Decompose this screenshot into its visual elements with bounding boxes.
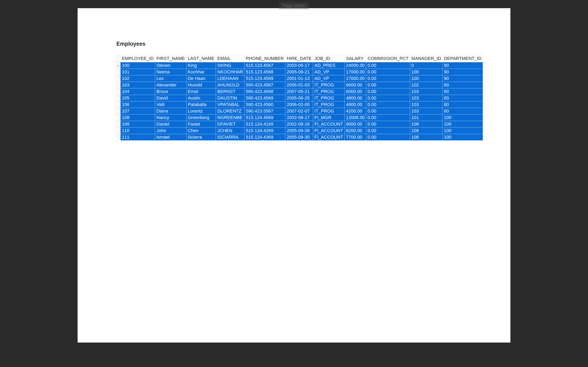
cell-department-id[interactable]: 90: [442, 62, 483, 69]
cell-commission-pct[interactable]: 0.00: [366, 127, 410, 134]
cell-last-name[interactable]: King: [186, 62, 216, 69]
cell-salary[interactable]: 4200.00: [345, 108, 366, 114]
cell-manager-id[interactable]: 102: [410, 82, 442, 88]
cell-last-name[interactable]: Hunold: [186, 82, 216, 88]
cell-phone-number[interactable]: 515.124.4369: [244, 134, 285, 141]
cell-salary[interactable]: 24000.00: [345, 62, 366, 69]
col-header-salary[interactable]: SALARY: [345, 55, 366, 62]
cell-last-name[interactable]: Pataballa: [186, 101, 216, 108]
cell-email[interactable]: DAUSTIN: [216, 95, 244, 101]
row-selector[interactable]: [116, 127, 121, 134]
col-header-email[interactable]: EMAIL: [216, 55, 244, 62]
table-row[interactable]: 102LexDe HaanLDEHAAN515.123.45692001-01-…: [116, 75, 483, 82]
cell-first-name[interactable]: David: [155, 95, 186, 101]
cell-department-id[interactable]: 100: [442, 121, 483, 127]
table-row[interactable]: 107DianaLorentzDLORENTZ590.423.55672007-…: [116, 108, 483, 114]
cell-commission-pct[interactable]: 0.00: [366, 134, 410, 141]
cell-commission-pct[interactable]: 0.00: [366, 62, 410, 69]
col-header-last-name[interactable]: LAST_NAME: [186, 55, 216, 62]
cell-department-id[interactable]: 100: [442, 134, 483, 141]
cell-salary[interactable]: 17000.00: [345, 69, 366, 75]
cell-employee-id[interactable]: 106: [121, 101, 155, 108]
cell-phone-number[interactable]: 590.423.4569: [244, 95, 285, 101]
cell-department-id[interactable]: 100: [442, 114, 483, 121]
cell-employee-id[interactable]: 105: [121, 95, 155, 101]
cell-job-id[interactable]: AD_VP: [313, 69, 345, 75]
cell-job-id[interactable]: IT_PROG: [313, 88, 345, 95]
cell-email[interactable]: DFAVIET: [216, 121, 244, 127]
cell-employee-id[interactable]: 102: [121, 75, 155, 82]
cell-email[interactable]: ISCIARRA: [216, 134, 244, 141]
cell-hire-date[interactable]: 2007-02-07: [285, 108, 313, 114]
table-row[interactable]: 108NancyGreenbergNGREENBE515.124.4569200…: [116, 114, 483, 121]
row-selector[interactable]: [116, 82, 121, 88]
cell-email[interactable]: AHUNOLD: [216, 82, 244, 88]
cell-phone-number[interactable]: 515.123.4569: [244, 75, 285, 82]
cell-manager-id[interactable]: 0: [410, 62, 442, 69]
cell-manager-id[interactable]: 103: [410, 108, 442, 114]
cell-last-name[interactable]: Austin: [186, 95, 216, 101]
cell-employee-id[interactable]: 100: [121, 62, 155, 69]
col-header-department-id[interactable]: DEPARTMENT_ID: [442, 55, 483, 62]
cell-phone-number[interactable]: 515.123.4567: [244, 62, 285, 69]
cell-hire-date[interactable]: 2006-02-05: [285, 101, 313, 108]
cell-hire-date[interactable]: 2005-06-25: [285, 95, 313, 101]
col-header-hire-date[interactable]: HIRE_DATE: [285, 55, 313, 62]
cell-first-name[interactable]: Daniel: [155, 121, 186, 127]
table-row[interactable]: 110JohnChenJCHEN515.124.42692005-09-28FI…: [116, 127, 483, 134]
cell-salary[interactable]: 9000.00: [345, 82, 366, 88]
cell-department-id[interactable]: 60: [442, 95, 483, 101]
cell-manager-id[interactable]: 108: [410, 121, 442, 127]
row-selector[interactable]: [116, 108, 121, 114]
cell-phone-number[interactable]: 515.124.4269: [244, 127, 285, 134]
cell-last-name[interactable]: Kochhar: [186, 69, 216, 75]
cell-first-name[interactable]: Ismael: [155, 134, 186, 141]
cell-email[interactable]: JCHEN: [216, 127, 244, 134]
cell-first-name[interactable]: Steven: [155, 62, 186, 69]
cell-hire-date[interactable]: 2005-09-30: [285, 134, 313, 141]
row-selector[interactable]: [116, 88, 121, 95]
cell-job-id[interactable]: AD_VP: [313, 75, 345, 82]
cell-department-id[interactable]: 90: [442, 75, 483, 82]
cell-employee-id[interactable]: 101: [121, 69, 155, 75]
cell-manager-id[interactable]: 103: [410, 88, 442, 95]
table-row[interactable]: 106ValliPataballaVPATABAL590.423.4560200…: [116, 101, 483, 108]
cell-manager-id[interactable]: 103: [410, 95, 442, 101]
row-selector[interactable]: [116, 69, 121, 75]
cell-manager-id[interactable]: 101: [410, 114, 442, 121]
cell-hire-date[interactable]: 2003-06-17: [285, 62, 313, 69]
cell-hire-date[interactable]: 2001-01-13: [285, 75, 313, 82]
cell-hire-date[interactable]: 2006-01-03: [285, 82, 313, 88]
cell-salary[interactable]: 17000.00: [345, 75, 366, 82]
cell-phone-number[interactable]: 590.423.4560: [244, 101, 285, 108]
cell-job-id[interactable]: FI_ACCOUNT: [313, 134, 345, 141]
cell-manager-id[interactable]: 103: [410, 101, 442, 108]
table-row[interactable]: 109DanielFavietDFAVIET515.124.41692002-0…: [116, 121, 483, 127]
cell-job-id[interactable]: AD_PRES: [313, 62, 345, 69]
row-selector[interactable]: [116, 114, 121, 121]
cell-salary[interactable]: 7700.00: [345, 134, 366, 141]
cell-salary[interactable]: 8200.00: [345, 127, 366, 134]
cell-last-name[interactable]: Greenberg: [186, 114, 216, 121]
cell-email[interactable]: SKING: [216, 62, 244, 69]
cell-first-name[interactable]: Diana: [155, 108, 186, 114]
row-selector[interactable]: [116, 95, 121, 101]
cell-first-name[interactable]: Alexander: [155, 82, 186, 88]
cell-hire-date[interactable]: 2005-09-21: [285, 69, 313, 75]
cell-last-name[interactable]: Faviet: [186, 121, 216, 127]
cell-hire-date[interactable]: 2007-05-21: [285, 88, 313, 95]
cell-job-id[interactable]: IT_PROG: [313, 108, 345, 114]
cell-department-id[interactable]: 60: [442, 88, 483, 95]
cell-phone-number[interactable]: 515.123.4568: [244, 69, 285, 75]
cell-manager-id[interactable]: 100: [410, 75, 442, 82]
cell-last-name[interactable]: Lorentz: [186, 108, 216, 114]
cell-employee-id[interactable]: 108: [121, 114, 155, 121]
cell-employee-id[interactable]: 110: [121, 127, 155, 134]
cell-last-name[interactable]: Sciarra: [186, 134, 216, 141]
table-row[interactable]: 111IsmaelSciarraISCIARRA515.124.43692005…: [116, 134, 483, 141]
cell-last-name[interactable]: Chen: [186, 127, 216, 134]
cell-first-name[interactable]: Nancy: [155, 114, 186, 121]
cell-hire-date[interactable]: 2002-08-17: [285, 114, 313, 121]
cell-salary[interactable]: 12008.00: [345, 114, 366, 121]
cell-hire-date[interactable]: 2002-08-16: [285, 121, 313, 127]
